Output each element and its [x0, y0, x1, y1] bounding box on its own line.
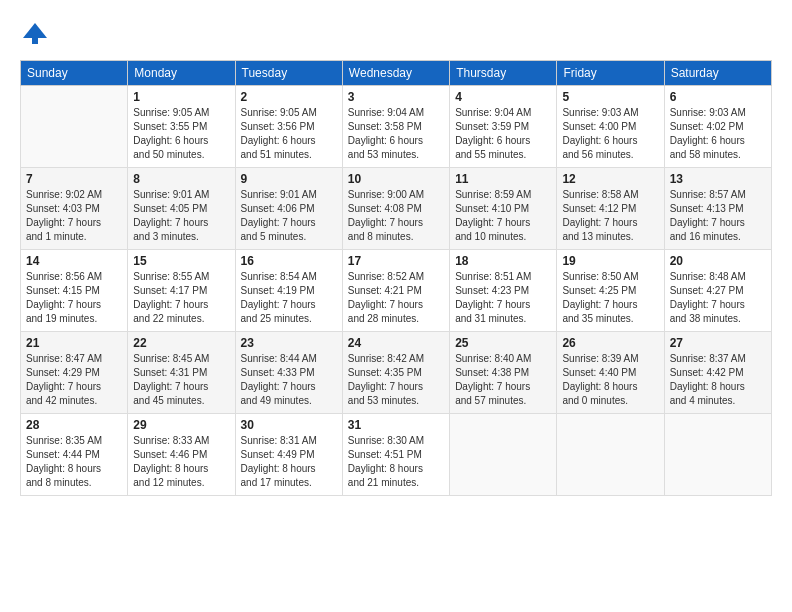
calendar-cell: 12Sunrise: 8:58 AMSunset: 4:12 PMDayligh…: [557, 168, 664, 250]
day-info: Sunrise: 8:37 AMSunset: 4:42 PMDaylight:…: [670, 352, 766, 408]
day-number: 16: [241, 254, 337, 268]
calendar-week-row: 14Sunrise: 8:56 AMSunset: 4:15 PMDayligh…: [21, 250, 772, 332]
calendar-header-thursday: Thursday: [450, 61, 557, 86]
calendar-cell: 28Sunrise: 8:35 AMSunset: 4:44 PMDayligh…: [21, 414, 128, 496]
day-number: 19: [562, 254, 658, 268]
day-info: Sunrise: 8:59 AMSunset: 4:10 PMDaylight:…: [455, 188, 551, 244]
calendar-cell: 18Sunrise: 8:51 AMSunset: 4:23 PMDayligh…: [450, 250, 557, 332]
day-info: Sunrise: 9:04 AMSunset: 3:58 PMDaylight:…: [348, 106, 444, 162]
day-number: 3: [348, 90, 444, 104]
logo: [20, 20, 54, 50]
day-number: 9: [241, 172, 337, 186]
calendar-cell: 8Sunrise: 9:01 AMSunset: 4:05 PMDaylight…: [128, 168, 235, 250]
day-number: 29: [133, 418, 229, 432]
calendar-cell: [450, 414, 557, 496]
day-info: Sunrise: 8:39 AMSunset: 4:40 PMDaylight:…: [562, 352, 658, 408]
calendar-cell: 31Sunrise: 8:30 AMSunset: 4:51 PMDayligh…: [342, 414, 449, 496]
day-number: 28: [26, 418, 122, 432]
calendar-cell: 25Sunrise: 8:40 AMSunset: 4:38 PMDayligh…: [450, 332, 557, 414]
calendar-cell: 23Sunrise: 8:44 AMSunset: 4:33 PMDayligh…: [235, 332, 342, 414]
svg-rect-1: [32, 38, 38, 44]
day-info: Sunrise: 8:58 AMSunset: 4:12 PMDaylight:…: [562, 188, 658, 244]
day-info: Sunrise: 9:01 AMSunset: 4:05 PMDaylight:…: [133, 188, 229, 244]
calendar-cell: 2Sunrise: 9:05 AMSunset: 3:56 PMDaylight…: [235, 86, 342, 168]
calendar-cell: 17Sunrise: 8:52 AMSunset: 4:21 PMDayligh…: [342, 250, 449, 332]
day-info: Sunrise: 9:01 AMSunset: 4:06 PMDaylight:…: [241, 188, 337, 244]
calendar-cell: 20Sunrise: 8:48 AMSunset: 4:27 PMDayligh…: [664, 250, 771, 332]
calendar-cell: 15Sunrise: 8:55 AMSunset: 4:17 PMDayligh…: [128, 250, 235, 332]
calendar-header-row: SundayMondayTuesdayWednesdayThursdayFrid…: [21, 61, 772, 86]
calendar-cell: 4Sunrise: 9:04 AMSunset: 3:59 PMDaylight…: [450, 86, 557, 168]
calendar-cell: 22Sunrise: 8:45 AMSunset: 4:31 PMDayligh…: [128, 332, 235, 414]
day-number: 27: [670, 336, 766, 350]
day-number: 23: [241, 336, 337, 350]
day-number: 4: [455, 90, 551, 104]
calendar-header-saturday: Saturday: [664, 61, 771, 86]
day-number: 20: [670, 254, 766, 268]
calendar-cell: 14Sunrise: 8:56 AMSunset: 4:15 PMDayligh…: [21, 250, 128, 332]
day-info: Sunrise: 8:31 AMSunset: 4:49 PMDaylight:…: [241, 434, 337, 490]
calendar-cell: [557, 414, 664, 496]
calendar-week-row: 1Sunrise: 9:05 AMSunset: 3:55 PMDaylight…: [21, 86, 772, 168]
calendar-week-row: 21Sunrise: 8:47 AMSunset: 4:29 PMDayligh…: [21, 332, 772, 414]
day-info: Sunrise: 8:30 AMSunset: 4:51 PMDaylight:…: [348, 434, 444, 490]
calendar-cell: 19Sunrise: 8:50 AMSunset: 4:25 PMDayligh…: [557, 250, 664, 332]
day-info: Sunrise: 8:51 AMSunset: 4:23 PMDaylight:…: [455, 270, 551, 326]
calendar-cell: [664, 414, 771, 496]
calendar-cell: 3Sunrise: 9:04 AMSunset: 3:58 PMDaylight…: [342, 86, 449, 168]
day-info: Sunrise: 8:42 AMSunset: 4:35 PMDaylight:…: [348, 352, 444, 408]
day-info: Sunrise: 8:33 AMSunset: 4:46 PMDaylight:…: [133, 434, 229, 490]
day-number: 15: [133, 254, 229, 268]
day-info: Sunrise: 9:03 AMSunset: 4:00 PMDaylight:…: [562, 106, 658, 162]
page: SundayMondayTuesdayWednesdayThursdayFrid…: [0, 0, 792, 612]
day-number: 17: [348, 254, 444, 268]
svg-marker-0: [23, 23, 47, 38]
day-number: 14: [26, 254, 122, 268]
day-info: Sunrise: 9:05 AMSunset: 3:56 PMDaylight:…: [241, 106, 337, 162]
day-number: 30: [241, 418, 337, 432]
day-number: 1: [133, 90, 229, 104]
day-info: Sunrise: 8:56 AMSunset: 4:15 PMDaylight:…: [26, 270, 122, 326]
day-info: Sunrise: 8:44 AMSunset: 4:33 PMDaylight:…: [241, 352, 337, 408]
calendar-cell: 1Sunrise: 9:05 AMSunset: 3:55 PMDaylight…: [128, 86, 235, 168]
header: [20, 20, 772, 50]
day-info: Sunrise: 8:47 AMSunset: 4:29 PMDaylight:…: [26, 352, 122, 408]
calendar-cell: 9Sunrise: 9:01 AMSunset: 4:06 PMDaylight…: [235, 168, 342, 250]
calendar-cell: 5Sunrise: 9:03 AMSunset: 4:00 PMDaylight…: [557, 86, 664, 168]
day-info: Sunrise: 8:40 AMSunset: 4:38 PMDaylight:…: [455, 352, 551, 408]
day-number: 12: [562, 172, 658, 186]
calendar-cell: 21Sunrise: 8:47 AMSunset: 4:29 PMDayligh…: [21, 332, 128, 414]
day-number: 24: [348, 336, 444, 350]
calendar-header-sunday: Sunday: [21, 61, 128, 86]
calendar-cell: 6Sunrise: 9:03 AMSunset: 4:02 PMDaylight…: [664, 86, 771, 168]
calendar-cell: 13Sunrise: 8:57 AMSunset: 4:13 PMDayligh…: [664, 168, 771, 250]
calendar-week-row: 7Sunrise: 9:02 AMSunset: 4:03 PMDaylight…: [21, 168, 772, 250]
day-info: Sunrise: 8:55 AMSunset: 4:17 PMDaylight:…: [133, 270, 229, 326]
calendar-cell: 29Sunrise: 8:33 AMSunset: 4:46 PMDayligh…: [128, 414, 235, 496]
day-number: 8: [133, 172, 229, 186]
day-number: 31: [348, 418, 444, 432]
day-number: 25: [455, 336, 551, 350]
day-info: Sunrise: 9:02 AMSunset: 4:03 PMDaylight:…: [26, 188, 122, 244]
day-info: Sunrise: 9:05 AMSunset: 3:55 PMDaylight:…: [133, 106, 229, 162]
day-info: Sunrise: 9:00 AMSunset: 4:08 PMDaylight:…: [348, 188, 444, 244]
calendar-week-row: 28Sunrise: 8:35 AMSunset: 4:44 PMDayligh…: [21, 414, 772, 496]
day-info: Sunrise: 8:54 AMSunset: 4:19 PMDaylight:…: [241, 270, 337, 326]
day-info: Sunrise: 9:04 AMSunset: 3:59 PMDaylight:…: [455, 106, 551, 162]
calendar-cell: 16Sunrise: 8:54 AMSunset: 4:19 PMDayligh…: [235, 250, 342, 332]
calendar-table: SundayMondayTuesdayWednesdayThursdayFrid…: [20, 60, 772, 496]
calendar-header-tuesday: Tuesday: [235, 61, 342, 86]
calendar-cell: 27Sunrise: 8:37 AMSunset: 4:42 PMDayligh…: [664, 332, 771, 414]
day-info: Sunrise: 8:52 AMSunset: 4:21 PMDaylight:…: [348, 270, 444, 326]
calendar-cell: 30Sunrise: 8:31 AMSunset: 4:49 PMDayligh…: [235, 414, 342, 496]
calendar-cell: 7Sunrise: 9:02 AMSunset: 4:03 PMDaylight…: [21, 168, 128, 250]
day-number: 11: [455, 172, 551, 186]
day-number: 2: [241, 90, 337, 104]
day-number: 13: [670, 172, 766, 186]
day-info: Sunrise: 8:48 AMSunset: 4:27 PMDaylight:…: [670, 270, 766, 326]
day-number: 22: [133, 336, 229, 350]
logo-icon: [20, 20, 50, 50]
calendar-header-wednesday: Wednesday: [342, 61, 449, 86]
calendar-cell: 10Sunrise: 9:00 AMSunset: 4:08 PMDayligh…: [342, 168, 449, 250]
day-info: Sunrise: 8:45 AMSunset: 4:31 PMDaylight:…: [133, 352, 229, 408]
